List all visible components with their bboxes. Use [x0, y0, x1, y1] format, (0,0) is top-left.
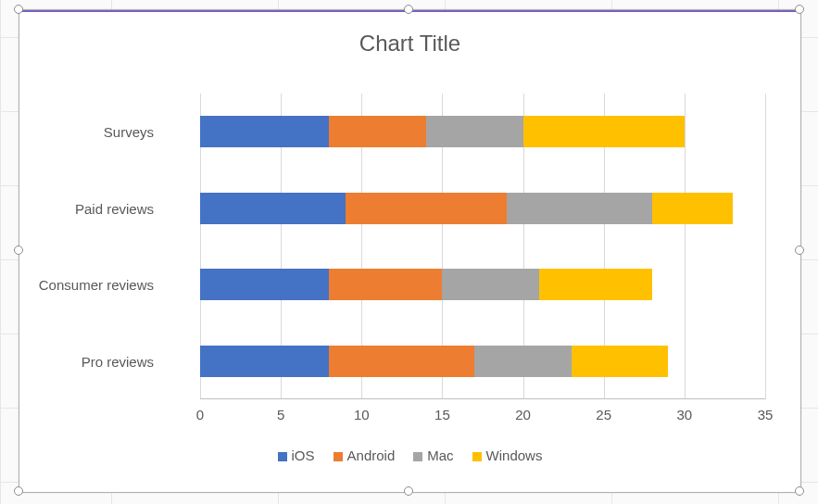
resize-handle-middle-left[interactable] [14, 246, 23, 255]
x-tick-label: 20 [515, 407, 531, 422]
legend-label: Mac [427, 447, 453, 463]
x-tick-label: 30 [677, 407, 693, 422]
bar-segment-android[interactable] [329, 269, 442, 300]
bar-segment-mac[interactable] [474, 346, 572, 377]
bar-segment-ios[interactable] [200, 346, 329, 377]
category-label: Paid reviews [75, 200, 154, 216]
resize-handle-top-middle[interactable] [404, 5, 413, 14]
legend-swatch [333, 452, 343, 461]
bar-segment-windows[interactable] [539, 269, 652, 300]
x-tick-label: 35 [758, 407, 774, 422]
x-tick-label: 25 [596, 407, 611, 422]
category-label: Consumer reviews [39, 277, 154, 293]
x-axis-line [200, 398, 765, 399]
gridline [685, 94, 686, 399]
legend-label: Android [347, 447, 396, 463]
bar-segment-android[interactable] [329, 116, 426, 147]
bar-segment-ios[interactable] [200, 116, 329, 147]
legend-swatch [413, 452, 422, 461]
bar-segment-windows[interactable] [652, 193, 733, 224]
legend[interactable]: iOSAndroidMacWindows [19, 447, 800, 463]
resize-handle-top-left[interactable] [14, 5, 23, 14]
bar-segment-mac[interactable] [426, 116, 523, 147]
bar-segment-windows[interactable] [572, 346, 669, 377]
category-label: Surveys [104, 124, 154, 140]
resize-handle-top-right[interactable] [795, 5, 804, 14]
category-label: Pro reviews [82, 353, 154, 369]
bar-segment-mac[interactable] [442, 269, 539, 300]
x-tick-label: 15 [434, 407, 450, 422]
legend-label: iOS [292, 447, 315, 463]
bar-segment-windows[interactable] [523, 116, 685, 147]
resize-handle-middle-right[interactable] [795, 246, 804, 255]
bar-segment-mac[interactable] [507, 193, 652, 224]
legend-label: Windows [486, 447, 543, 463]
plot-area[interactable] [200, 94, 765, 399]
legend-item-windows[interactable]: Windows [472, 447, 543, 463]
bar-segment-ios[interactable] [200, 193, 346, 224]
resize-handle-bottom-middle[interactable] [404, 486, 413, 496]
bar-segment-ios[interactable] [200, 269, 329, 300]
legend-item-android[interactable]: Android [333, 447, 396, 463]
x-tick-label: 0 [196, 407, 204, 422]
gridline [765, 94, 766, 399]
chart-title[interactable]: Chart Title [19, 31, 800, 57]
legend-swatch [472, 452, 482, 461]
x-tick-label: 10 [354, 407, 370, 422]
bar-segment-android[interactable] [346, 193, 507, 224]
bar-segment-android[interactable] [329, 346, 474, 377]
x-tick-label: 5 [277, 407, 284, 422]
legend-item-ios[interactable]: iOS [278, 447, 315, 463]
legend-item-mac[interactable]: Mac [413, 447, 453, 463]
resize-handle-bottom-left[interactable] [14, 486, 23, 496]
resize-handle-bottom-right[interactable] [795, 486, 804, 496]
legend-swatch [278, 452, 287, 461]
chart-object[interactable]: Chart Title 05101520253035 Pro reviewsCo… [19, 9, 801, 493]
